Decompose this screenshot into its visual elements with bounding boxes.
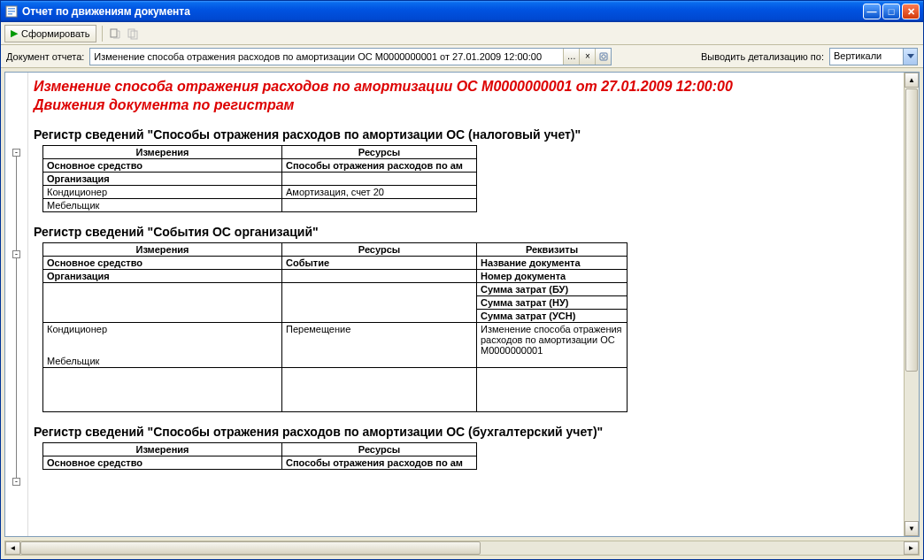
toolbar: ▶ Сформировать xyxy=(1,22,923,45)
svg-rect-4 xyxy=(111,29,117,37)
col-header: Ресурсы xyxy=(282,242,477,256)
cell: Кондиционер Мебельщик xyxy=(43,322,282,367)
cell: Кондиционер xyxy=(43,185,282,198)
doc-input[interactable] xyxy=(90,49,563,65)
maximize-button[interactable]: □ xyxy=(882,4,900,19)
cell xyxy=(43,282,282,322)
outline-connector xyxy=(16,157,17,250)
col-header: Реквизиты xyxy=(477,242,628,256)
chevron-down-icon[interactable] xyxy=(903,49,917,65)
register-2-table: Измерения Ресурсы Реквизиты Основное сре… xyxy=(42,242,628,412)
toolbar-icon-1[interactable] xyxy=(108,27,122,41)
window-title: Отчет по движениям документа xyxy=(22,5,863,18)
outline-node-3[interactable]: - xyxy=(12,478,20,486)
col-header: Ресурсы xyxy=(282,442,477,456)
table-row: Сумма затрат (БУ) xyxy=(43,282,628,295)
horizontal-scrollbar[interactable]: ◄ ► xyxy=(4,541,920,556)
cell: Сумма затрат (БУ) xyxy=(477,282,628,295)
titlebar: Отчет по движениям документа — □ ✕ xyxy=(1,1,923,22)
app-icon xyxy=(4,4,19,19)
register-1-header: Регистр сведений "Способы отражения расх… xyxy=(34,127,895,142)
cell: Организация xyxy=(43,269,282,282)
table-row: Организация xyxy=(43,172,477,185)
table-row xyxy=(43,367,628,411)
cell-text: Мебельщик xyxy=(47,356,99,366)
table-row: Мебельщик xyxy=(43,198,477,211)
cell-text: Кондиционер xyxy=(47,324,107,334)
outline-connector xyxy=(16,258,17,478)
cell: Основное средство xyxy=(43,456,282,469)
cell: Мебельщик xyxy=(43,198,282,211)
doc-clear-button[interactable]: × xyxy=(579,49,595,65)
params-bar: Документ отчета: … × Выводить детализаци… xyxy=(1,45,923,68)
cell: Организация xyxy=(43,172,282,185)
col-header: Измерения xyxy=(43,442,282,456)
svg-rect-2 xyxy=(8,11,15,12)
window-controls: — □ ✕ xyxy=(863,4,920,19)
play-icon: ▶ xyxy=(11,27,18,39)
outline-gutter: - - - xyxy=(5,73,28,536)
table-row: Измерения Ресурсы Реквизиты xyxy=(43,242,628,256)
table-row: Измерения Ресурсы xyxy=(43,145,477,158)
svg-rect-3 xyxy=(8,13,12,15)
app-window: Отчет по движениям документа — □ ✕ ▶ Сфо… xyxy=(0,0,924,560)
report-title-sub: Движения документа по регистрам xyxy=(34,97,294,112)
table-row: Основное средство Способы отражения расх… xyxy=(43,158,477,172)
scroll-right-button[interactable]: ► xyxy=(904,541,919,555)
cell: Сумма затрат (УСН) xyxy=(477,309,628,322)
cell xyxy=(282,172,477,185)
scroll-thumb[interactable] xyxy=(905,88,918,372)
cell xyxy=(477,367,628,411)
close-button[interactable]: ✕ xyxy=(902,4,920,19)
cell: Событие xyxy=(282,256,477,269)
scroll-down-button[interactable]: ▼ xyxy=(905,521,919,536)
report-title: Изменение способа отражения расходов по … xyxy=(34,78,895,115)
cell: Номер документа xyxy=(477,269,628,282)
detail-combo[interactable]: Вертикали xyxy=(829,48,918,65)
doc-select-button[interactable]: … xyxy=(563,49,579,65)
outline-node-2[interactable]: - xyxy=(12,250,20,258)
cell: Основное средство xyxy=(43,158,282,172)
cell: Сумма затрат (НУ) xyxy=(477,295,628,309)
register-2-header: Регистр сведений "События ОС организаций… xyxy=(34,225,895,239)
register-3-table: Измерения Ресурсы Основное средство Спос… xyxy=(42,442,477,470)
scroll-left-button[interactable]: ◄ xyxy=(5,541,20,555)
table-row: Организация Номер документа xyxy=(43,269,628,282)
toolbar-icon-2[interactable] xyxy=(126,27,140,41)
scroll-thumb[interactable] xyxy=(20,541,481,555)
col-header: Измерения xyxy=(43,145,282,158)
table-row: Измерения Ресурсы xyxy=(43,442,477,456)
svg-point-8 xyxy=(602,54,605,58)
generate-button-label: Сформировать xyxy=(21,28,90,39)
minimize-button[interactable]: — xyxy=(863,4,881,19)
cell xyxy=(43,367,282,411)
cell xyxy=(282,198,477,211)
generate-button[interactable]: ▶ Сформировать xyxy=(4,25,96,42)
svg-rect-1 xyxy=(8,8,15,10)
svg-rect-7 xyxy=(600,53,607,60)
vertical-scrollbar[interactable]: ▲ ▼ xyxy=(904,73,919,536)
cell: Изменение способа отражения расходов по … xyxy=(477,322,628,367)
cell: Основное средство xyxy=(43,256,282,269)
doc-label: Документ отчета: xyxy=(6,51,84,62)
report-viewport: - - - Изменение способа отражения расход… xyxy=(4,72,920,537)
outline-node-1[interactable]: - xyxy=(12,149,20,157)
register-1-table: Измерения Ресурсы Основное средство Спос… xyxy=(42,145,477,212)
table-row: Основное средство Событие Название докум… xyxy=(43,256,628,269)
col-header: Измерения xyxy=(43,242,282,256)
toolbar-separator xyxy=(102,26,103,42)
detail-label: Выводить детализацию по: xyxy=(701,51,824,62)
doc-field: … × xyxy=(89,48,612,65)
cell xyxy=(282,367,477,411)
scroll-up-button[interactable]: ▲ xyxy=(905,73,919,88)
cell: Перемещение xyxy=(282,322,477,367)
scroll-track[interactable] xyxy=(20,541,904,555)
report-title-doc: Изменение способа отражения расходов по … xyxy=(34,79,733,94)
detail-combo-value: Вертикали xyxy=(830,49,903,65)
report-body: Изменение способа отражения расходов по … xyxy=(28,73,904,536)
table-row: Основное средство Способы отражения расх… xyxy=(43,456,477,469)
cell: Название документа xyxy=(477,256,628,269)
doc-open-button[interactable] xyxy=(595,49,611,65)
table-row: Кондиционер Амортизация, счет 20 xyxy=(43,185,477,198)
cell: Способы отражения расходов по ам xyxy=(282,158,477,172)
